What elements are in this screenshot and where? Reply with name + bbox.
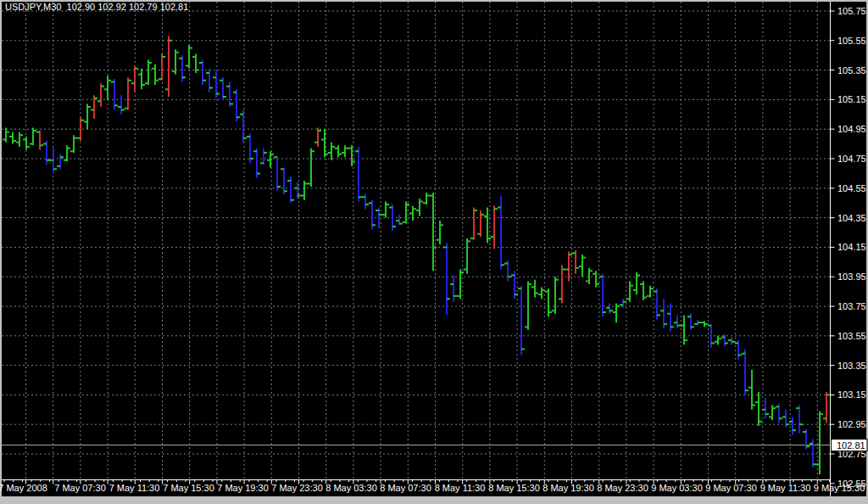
current-price-label: 102.81: [832, 440, 868, 451]
time-scale-label: 9 May 03:30: [651, 483, 703, 493]
price-scale-label: 103.75: [837, 301, 866, 311]
price-scale-label: 102.95: [837, 419, 866, 429]
price-scale-label: 104.55: [837, 183, 866, 193]
time-scale-label: 8 May 23:30: [597, 483, 648, 493]
time-scale-label: 8 May 03:30: [326, 483, 377, 493]
time-scale-label: 8 May 07:30: [380, 483, 431, 493]
time-scale-label: 7 May 2008: [0, 483, 47, 493]
time-scale-label: 9 May 07:30: [705, 483, 757, 493]
time-scale-label: 9 May 15:30: [814, 483, 865, 493]
time-scale-label: 8 May 19:30: [542, 483, 594, 493]
svg-text:102.81: 102.81: [837, 440, 865, 451]
time-scale-label: 7 May 23:30: [271, 483, 323, 493]
price-scale-label: 105.55: [837, 36, 866, 46]
price-scale-label: 103.95: [837, 272, 866, 282]
time-scale-label: 7 May 11:30: [109, 483, 160, 493]
price-scale-label: 105.35: [837, 65, 866, 76]
time-scale-label: 7 May 07:30: [54, 483, 106, 493]
chart-title-quote: USDJPY,M30 102.90 102.92 102.79 102.81: [5, 2, 188, 12]
price-scale-label: 105.15: [837, 94, 866, 104]
price-scale-label: 105.75: [837, 6, 866, 16]
price-scale-label: 104.75: [837, 154, 866, 164]
time-scale-label: 8 May 15:30: [488, 483, 540, 493]
price-scale-label: 103.35: [837, 361, 866, 371]
terminal-window: 105.75105.55105.35105.15104.95104.75104.…: [0, 0, 868, 504]
price-scale-label: 104.15: [837, 242, 866, 252]
time-scale-label: 9 May 11:30: [760, 483, 811, 493]
price-scale-label: 104.95: [837, 124, 866, 134]
price-scale-label: 103.15: [837, 389, 866, 400]
price-scale-label: 103.55: [837, 331, 866, 341]
time-scale-label: 7 May 15:30: [163, 483, 214, 493]
price-chart-canvas[interactable]: 105.75105.55105.35105.15104.95104.75104.…: [0, 0, 868, 504]
time-scale-label: 8 May 11:30: [435, 483, 486, 493]
time-scale-label: 7 May 19:30: [217, 483, 269, 493]
price-scale-label: 104.35: [837, 213, 866, 223]
